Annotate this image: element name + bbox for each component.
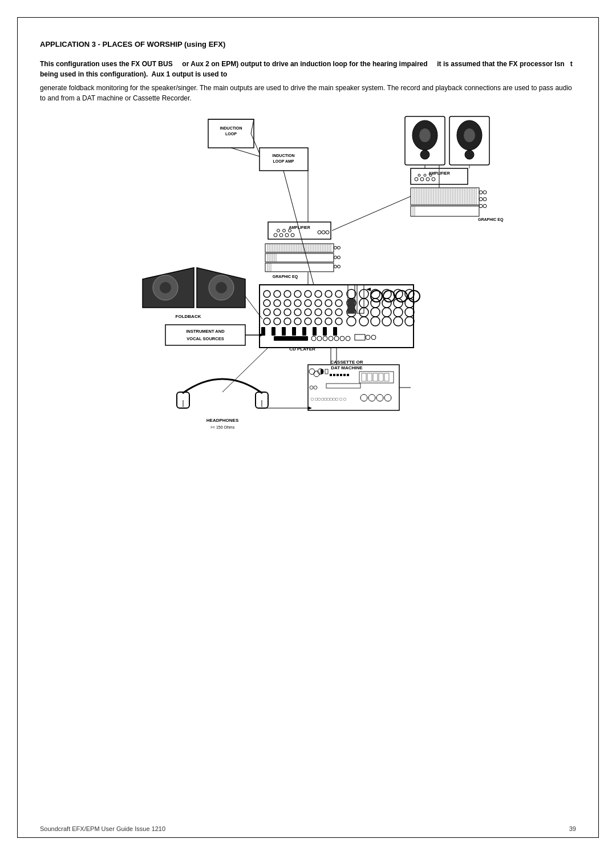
svg-text:LOOP: LOOP — [225, 132, 237, 136]
svg-point-201 — [274, 318, 281, 325]
svg-rect-259 — [343, 374, 346, 376]
svg-point-193 — [335, 309, 342, 316]
svg-text:DAT MACHINE: DAT MACHINE — [331, 365, 363, 370]
svg-text:GRAPHIC EQ: GRAPHIC EQ — [273, 275, 298, 279]
svg-point-161 — [294, 291, 301, 297]
svg-point-173 — [274, 300, 281, 306]
svg-point-275 — [384, 394, 391, 401]
svg-point-177 — [315, 300, 322, 306]
svg-point-160 — [284, 291, 291, 297]
svg-point-83 — [274, 233, 277, 237]
svg-point-208 — [347, 317, 356, 326]
svg-point-85 — [285, 233, 289, 237]
svg-point-86 — [291, 233, 294, 237]
svg-point-203 — [294, 318, 301, 325]
svg-point-200 — [264, 318, 270, 325]
svg-point-205 — [315, 318, 322, 325]
svg-point-144 — [338, 247, 341, 249]
svg-rect-257 — [337, 374, 339, 376]
svg-text:INDUCTION: INDUCTION — [220, 126, 242, 130]
page-title: APPLICATION 3 - PLACES OF WORSHIP (using… — [40, 40, 576, 49]
svg-point-236 — [340, 336, 345, 341]
svg-point-187 — [274, 309, 281, 316]
svg-rect-29 — [411, 188, 479, 205]
svg-point-210 — [371, 317, 380, 326]
svg-point-72 — [483, 191, 487, 194]
svg-point-184 — [394, 299, 403, 308]
svg-point-233 — [323, 336, 327, 341]
svg-point-190 — [305, 309, 311, 316]
svg-point-206 — [325, 318, 332, 325]
svg-point-26 — [418, 174, 420, 176]
svg-point-162 — [305, 291, 311, 297]
svg-text:◻ ◻◻ ◻◻◻◻◻◻ ◻ ◻: ◻ ◻◻ ◻◻◻◻◻◻ ◻ ◻ — [311, 397, 346, 401]
svg-line-283 — [332, 196, 411, 231]
svg-text:INSTRUMENT AND: INSTRUMENT AND — [186, 329, 225, 334]
svg-point-159 — [274, 291, 281, 297]
svg-point-15 — [420, 150, 429, 159]
svg-rect-263 — [367, 373, 372, 381]
svg-text:FOLDBACK: FOLDBACK — [176, 314, 201, 319]
svg-rect-262 — [362, 373, 366, 381]
svg-point-231 — [311, 336, 316, 341]
svg-rect-256 — [333, 374, 335, 376]
svg-point-174 — [284, 300, 291, 306]
svg-point-272 — [360, 394, 367, 401]
svg-rect-260 — [347, 374, 349, 376]
svg-point-270 — [314, 386, 317, 389]
svg-rect-255 — [330, 374, 332, 376]
svg-rect-95 — [265, 263, 334, 272]
svg-rect-221 — [333, 327, 337, 336]
svg-point-183 — [382, 299, 391, 308]
svg-text:AMPLIFIER: AMPLIFIER — [289, 225, 310, 229]
footer-left: Soundcraft EFX/EPM User Guide Issue 1210 — [40, 825, 165, 832]
svg-rect-258 — [340, 374, 342, 376]
svg-point-196 — [371, 308, 380, 317]
svg-text:>= 150 Ohms: >= 150 Ohms — [210, 425, 235, 429]
svg-point-147 — [334, 265, 337, 268]
svg-rect-220 — [323, 327, 327, 336]
svg-point-84 — [279, 233, 283, 237]
svg-text:HEADPHONES: HEADPHONES — [206, 418, 239, 423]
svg-point-88 — [283, 229, 286, 232]
svg-point-91 — [322, 231, 325, 234]
svg-text:VOCAL SOURCES: VOCAL SOURCES — [187, 336, 224, 341]
svg-text:LOOP AMP: LOOP AMP — [273, 159, 294, 163]
svg-rect-265 — [379, 373, 383, 381]
svg-point-19 — [465, 150, 474, 159]
svg-point-213 — [405, 317, 414, 326]
border-bottom — [17, 837, 599, 838]
svg-rect-242 — [165, 325, 245, 345]
svg-point-73 — [479, 197, 483, 201]
svg-point-148 — [338, 265, 341, 268]
svg-line-9 — [251, 134, 260, 154]
svg-point-87 — [277, 229, 280, 232]
svg-rect-218 — [302, 327, 306, 336]
svg-rect-238 — [355, 334, 365, 340]
svg-line-290 — [222, 348, 268, 392]
svg-point-155 — [216, 282, 227, 293]
svg-point-240 — [371, 335, 376, 340]
svg-point-71 — [479, 191, 483, 194]
intro-bold: This configuration uses the FX OUT BUS o… — [40, 59, 576, 79]
svg-point-145 — [334, 256, 337, 259]
svg-point-74 — [483, 197, 487, 201]
svg-rect-230 — [274, 336, 308, 341]
border-right — [598, 17, 599, 838]
svg-point-152 — [160, 282, 171, 293]
svg-point-199 — [405, 308, 414, 317]
svg-point-192 — [325, 309, 332, 316]
svg-point-198 — [394, 308, 403, 317]
svg-point-18 — [464, 128, 475, 142]
svg-point-211 — [382, 317, 391, 326]
svg-point-158 — [264, 291, 270, 297]
svg-text:CASSETTE OR: CASSETTE OR — [331, 360, 363, 365]
svg-point-22 — [415, 178, 418, 181]
svg-rect-94 — [265, 253, 334, 262]
svg-point-175 — [294, 300, 301, 306]
svg-point-253 — [309, 369, 315, 374]
svg-point-92 — [326, 231, 329, 234]
svg-point-209 — [359, 317, 368, 326]
border-top — [17, 17, 599, 18]
svg-rect-68 — [411, 206, 479, 216]
